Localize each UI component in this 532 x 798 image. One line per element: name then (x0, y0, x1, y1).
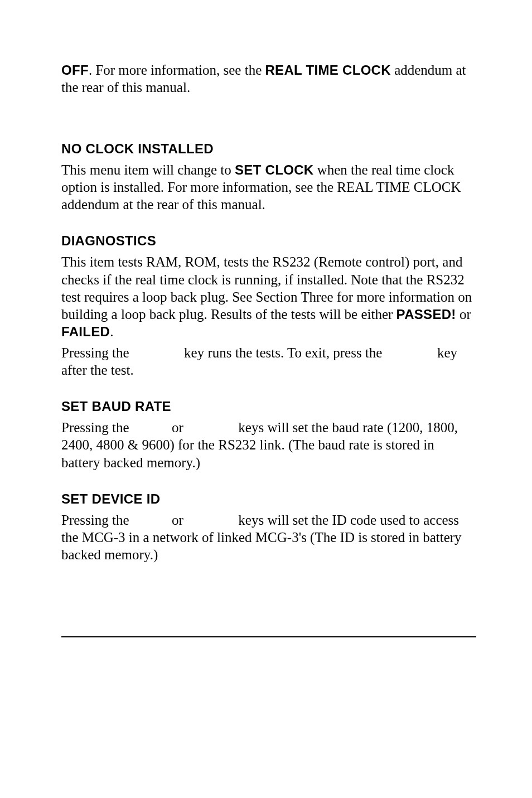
no-clock-heading: NO CLOCK INSTALLED (61, 141, 476, 157)
baud-section: SET BAUD RATE Pressing the or keys will … (61, 399, 476, 471)
diagnostics-heading: DIAGNOSTICS (61, 233, 476, 249)
diag-press-2: key runs the tests. To exit, press the (181, 345, 386, 360)
device-heading: SET DEVICE ID (61, 491, 476, 507)
diagnostics-paragraph-1: This item tests RAM, ROM, tests the RS23… (61, 253, 476, 340)
baud-paragraph: Pressing the or keys will set the baud r… (61, 419, 476, 471)
baud-heading: SET BAUD RATE (61, 399, 476, 414)
no-clock-paragraph: This menu item will change to SET CLOCK … (61, 161, 476, 214)
off-label: OFF (61, 62, 89, 78)
passed-label: PASSED! (396, 307, 456, 322)
device-press-1: Pressing the (61, 512, 133, 528)
diagnostics-section: DIAGNOSTICS This item tests RAM, ROM, te… (61, 233, 476, 379)
page-content: OFF. For more information, see the REAL … (0, 0, 532, 671)
footer-rule (61, 636, 476, 637)
failed-label: FAILED (61, 324, 110, 339)
device-paragraph: Pressing the or keys will set the ID cod… (61, 511, 476, 564)
diag-or: or (456, 307, 471, 322)
rtc-label: REAL TIME CLOCK (265, 62, 390, 78)
no-clock-text-1: This menu item will change to (61, 162, 235, 177)
device-section: SET DEVICE ID Pressing the or keys will … (61, 491, 476, 564)
set-clock-label: SET CLOCK (235, 162, 313, 177)
device-or: or (168, 512, 187, 528)
diagnostics-paragraph-2: Pressing the key runs the tests. To exit… (61, 344, 476, 379)
intro-paragraph: OFF. For more information, see the REAL … (61, 61, 476, 96)
diag-press-1: Pressing the (61, 345, 133, 360)
no-clock-section: NO CLOCK INSTALLED This menu item will c… (61, 141, 476, 214)
baud-press-1: Pressing the (61, 420, 133, 435)
diag-period: . (110, 324, 113, 339)
baud-or: or (168, 420, 187, 435)
intro-text-1: . For more information, see the (89, 62, 265, 78)
